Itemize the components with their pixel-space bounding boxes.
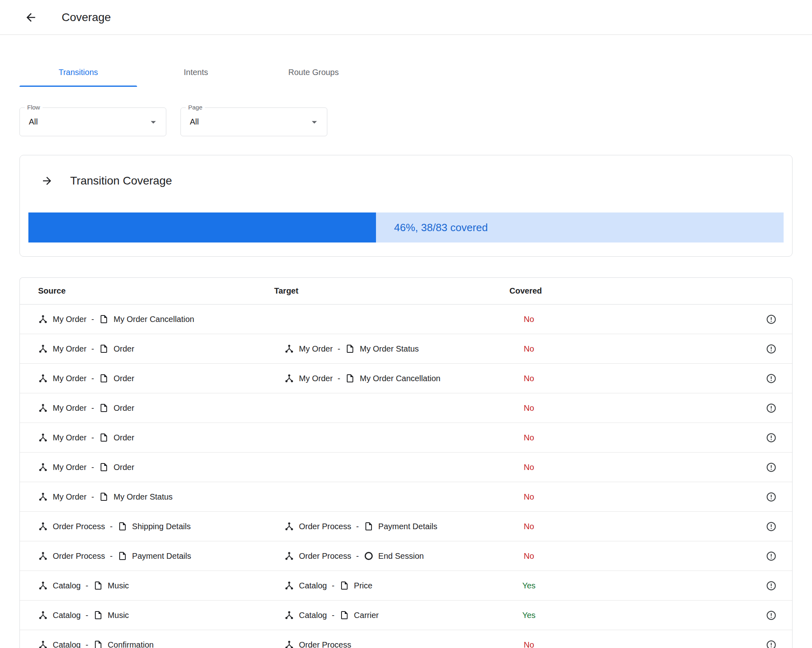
table-row: My Order - Order My Order - [20,364,792,393]
source-cell: Catalog - Music [38,610,274,620]
flow-icon [38,462,48,472]
source-cell: My Order - My Order Status [38,492,274,502]
covered-value: No [509,403,548,413]
flow-icon [38,521,48,531]
table-row: Order Process - Shipping Details Order P… [20,512,792,541]
flow-name: Catalog [53,581,81,590]
source-cell: My Order - My Order Cancellation [38,314,274,324]
info-icon[interactable] [766,580,777,591]
column-header-target: Target [274,286,509,296]
info-icon[interactable] [766,432,777,443]
info-icon[interactable] [766,462,777,473]
covered-cell: No [509,433,651,442]
flow-name: My Order [53,492,86,502]
info-icon[interactable] [766,343,777,354]
covered-value: Yes [509,581,548,590]
table-row: My Order - My Order Cancellation No [20,305,792,334]
covered-cell: No [509,551,651,561]
table-row: My Order - Order No [20,423,792,453]
covered-cell: No [509,344,651,354]
page-icon [99,462,109,472]
tab-route-groups[interactable]: Route Groups [255,58,372,87]
info-icon[interactable] [766,373,777,384]
flow-icon [284,610,294,620]
info-icon[interactable] [766,639,777,648]
page-name: Payment Details [378,522,438,531]
tab-label: Route Groups [288,68,339,77]
separator: - [86,640,88,648]
info-icon[interactable] [766,521,777,532]
target-cell: Catalog - Price [274,581,509,590]
info-icon[interactable] [766,403,777,414]
page-name: Order [114,463,134,472]
page-name: Order [114,374,134,383]
tab-transitions[interactable]: Transitions [19,58,137,87]
info-icon[interactable] [766,491,777,502]
table-row: Order Process - Payment Details Order Pr… [20,541,792,571]
flow-icon [284,640,294,648]
page-name: End Session [378,551,424,561]
target-cell: My Order - My Order Cancellation [274,373,509,383]
actions-cell [651,432,792,443]
page-icon [93,581,103,590]
page-icon [364,521,374,531]
page-icon [339,581,349,590]
covered-cell: Yes [509,611,651,620]
card-title-row: Transition Coverage [20,155,792,189]
flow-icon [38,433,48,442]
covered-cell: Yes [509,581,651,590]
separator: - [91,315,94,324]
page-icon [345,373,355,383]
page-icon [118,521,127,531]
back-button[interactable] [23,9,39,26]
separator: - [337,374,340,383]
page-filter-label: Page [186,103,205,112]
covered-value: No [509,344,548,354]
page-name: Order [114,403,134,413]
source-cell: My Order - Order [38,462,274,472]
arrow-forward-icon [41,175,53,187]
page-filter-select[interactable]: Page All [180,107,327,136]
separator: - [91,463,94,472]
page-icon [99,433,109,442]
tab-intents[interactable]: Intents [137,58,255,87]
separator: - [356,551,359,561]
table-row: Catalog - Music Catalog - [20,601,792,630]
covered-cell: No [509,403,651,413]
transition-coverage-card: Transition Coverage 46%, 38/83 covered [19,155,793,257]
table-row: My Order - Order No [20,453,792,482]
coverage-card-title: Transition Coverage [70,174,172,187]
flow-name: My Order [53,403,86,413]
flow-icon [38,640,48,648]
coverage-table: Source Target Covered My Order - My Orde… [19,277,793,648]
flow-filter-select[interactable]: Flow All [19,107,166,136]
actions-cell [651,343,792,354]
covered-cell: No [509,522,651,531]
flow-filter-value: All [29,117,38,127]
tab-label: Intents [184,68,208,77]
page-name: Order [114,433,134,442]
source-cell: My Order - Order [38,373,274,383]
target-cell: My Order - My Order Status [274,344,509,354]
source-cell: Order Process - Shipping Details [38,521,274,531]
app-header: Coverage [0,0,812,35]
covered-cell: No [509,315,651,324]
covered-value: No [509,463,548,472]
separator: - [91,374,94,383]
flow-name: My Order [53,463,86,472]
page-icon [93,640,103,648]
target-cell: Order Process [274,640,509,648]
flow-name: My Order [299,374,333,383]
info-icon[interactable] [766,551,777,562]
source-cell: Catalog - Confirmation [38,640,274,648]
page-icon [339,610,349,620]
page-name: Price [354,581,373,590]
info-icon[interactable] [766,610,777,621]
page-icon [345,344,355,354]
arrow-back-icon [24,11,37,24]
info-icon[interactable] [766,314,777,325]
table-row: Catalog - Music Catalog - [20,571,792,601]
table-row: My Order - Order No [20,393,792,423]
page-name: Payment Details [132,551,191,561]
actions-cell [651,373,792,384]
